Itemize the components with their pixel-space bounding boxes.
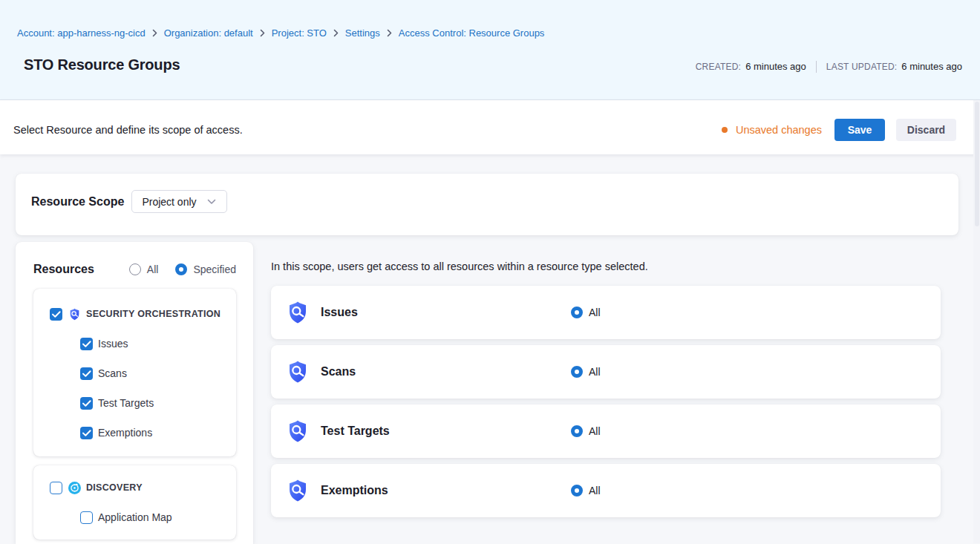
radio-specified-icon[interactable]	[175, 263, 187, 275]
sto-shield-icon	[286, 479, 310, 502]
chevron-right-icon	[260, 29, 265, 37]
toolbar-subtitle: Select Resource and define its scope of …	[13, 124, 243, 136]
access-all-label: All	[589, 485, 601, 497]
breadcrumb-access-control-link[interactable]: Access Control: Resource Groups	[399, 27, 545, 39]
breadcrumb-settings-link[interactable]: Settings	[345, 27, 380, 39]
breadcrumb-account-link[interactable]: Account: app-harness-ng-cicd	[17, 27, 146, 39]
save-button[interactable]: Save	[834, 119, 885, 141]
sto-shield-icon	[286, 419, 310, 443]
checkbox-application-map[interactable]	[80, 511, 93, 524]
resource-label-issues: Issues	[98, 338, 128, 350]
unsaved-changes-label: Unsaved changes	[736, 124, 822, 136]
access-radio-group: All	[571, 345, 601, 399]
access-radio-group: All	[571, 464, 601, 517]
chevron-right-icon	[333, 29, 339, 37]
resources-title: Resources	[33, 263, 94, 276]
chevron-right-icon	[152, 29, 157, 37]
checkbox-security-orchestration[interactable]	[50, 308, 62, 321]
resource-card-scans: Scans All	[271, 345, 941, 399]
created-label: CREATED:	[696, 62, 741, 72]
radio-all-icon[interactable]	[129, 263, 141, 275]
resource-card-label-test-targets: Test Targets	[321, 425, 390, 438]
page-title: STO Resource Groups	[24, 56, 180, 73]
resource-card-test-targets: Test Targets All	[271, 404, 941, 458]
resource-scope-selected-value: Project only	[142, 196, 196, 208]
resource-card-exemptions: Exemptions All	[271, 464, 941, 517]
breadcrumb-organization-link[interactable]: Organization: default	[164, 27, 253, 39]
radio-specified-label: Specified	[193, 263, 236, 275]
access-radio-group: All	[571, 404, 601, 458]
resource-scope-card: Resource Scope Project only	[16, 174, 958, 235]
access-all-label: All	[589, 307, 601, 318]
resource-label-application-map: Application Map	[98, 511, 172, 523]
resources-mode-radio-group: All Specified	[129, 263, 236, 275]
group-label-security-orchestration: SECURITY ORCHESTRATION	[86, 309, 220, 319]
resources-panel: Resources All Specified SECURITY	[16, 242, 253, 544]
chevron-right-icon	[387, 29, 392, 37]
main-content: Resources All Specified SECURITY	[0, 242, 980, 544]
resource-card-label-scans: Scans	[321, 365, 356, 378]
group-header-row[interactable]: SECURITY ORCHESTRATION	[33, 299, 236, 329]
checkbox-scans[interactable]	[80, 367, 93, 380]
resource-scope-select[interactable]: Project only	[131, 190, 227, 213]
resource-card-issues: Issues All	[271, 286, 941, 339]
scrollbar-track[interactable]	[973, 100, 980, 543]
radio-option-all[interactable]: All	[129, 263, 159, 275]
radio-all-icon[interactable]	[571, 485, 583, 497]
resource-label-exemptions: Exemptions	[98, 427, 152, 439]
resource-group-security-orchestration: SECURITY ORCHESTRATION Issues Scans Test…	[33, 289, 236, 456]
unsaved-changes-dot-icon	[722, 127, 728, 133]
access-all-label: All	[589, 425, 601, 437]
resource-row-exemptions[interactable]: Exemptions	[33, 418, 236, 448]
resource-card-label-issues: Issues	[321, 306, 358, 319]
checkbox-test-targets[interactable]	[80, 397, 93, 410]
radio-all-icon[interactable]	[571, 425, 583, 437]
page-header: Account: app-harness-ng-cicd Organizatio…	[0, 0, 980, 100]
resource-row-test-targets[interactable]: Test Targets	[33, 388, 236, 418]
checkbox-discovery[interactable]	[50, 482, 62, 494]
resource-label-test-targets: Test Targets	[98, 397, 154, 409]
resource-row-application-map[interactable]: Application Map	[33, 502, 236, 532]
radio-all-icon[interactable]	[571, 307, 583, 318]
resource-card-label-exemptions: Exemptions	[321, 484, 388, 497]
radio-all-icon[interactable]	[571, 366, 583, 378]
discovery-icon	[68, 482, 81, 494]
resource-scope-label: Resource Scope	[31, 190, 124, 213]
breadcrumb-project-link[interactable]: Project: STO	[272, 27, 327, 39]
sto-shield-icon	[286, 301, 310, 324]
last-updated-label: LAST UPDATED:	[826, 62, 898, 72]
resource-group-discovery: DISCOVERY Application Map	[33, 465, 236, 540]
breadcrumb: Account: app-harness-ng-cicd Organizatio…	[0, 0, 980, 39]
discard-button[interactable]: Discard	[896, 119, 956, 141]
radio-all-label: All	[147, 263, 159, 275]
sto-shield-icon	[286, 360, 310, 384]
checkbox-issues[interactable]	[80, 338, 93, 350]
toolbar-actions: Unsaved changes Save Discard	[722, 119, 956, 141]
access-radio-group: All	[571, 286, 601, 339]
scroll-area: Select Resource and define its scope of …	[0, 100, 980, 543]
scrollbar-thumb[interactable]	[975, 102, 979, 226]
toolbar: Select Resource and define its scope of …	[0, 100, 980, 154]
created-value: 6 minutes ago	[745, 61, 806, 72]
scope-description: In this scope, users get access to all r…	[271, 260, 941, 272]
header-meta: CREATED: 6 minutes ago LAST UPDATED: 6 m…	[696, 61, 962, 73]
last-updated-value: 6 minutes ago	[901, 61, 962, 72]
chevron-down-icon	[207, 199, 216, 205]
group-header-row[interactable]: DISCOVERY	[33, 473, 236, 502]
checkbox-exemptions[interactable]	[80, 427, 93, 439]
sto-shield-icon	[68, 308, 81, 321]
access-all-label: All	[589, 366, 601, 378]
radio-option-specified[interactable]: Specified	[175, 263, 236, 275]
scope-detail-column: In this scope, users get access to all r…	[271, 242, 941, 544]
resource-row-scans[interactable]: Scans	[33, 358, 236, 388]
resource-row-issues[interactable]: Issues	[33, 329, 236, 358]
resource-label-scans: Scans	[98, 367, 127, 379]
group-label-discovery: DISCOVERY	[86, 482, 143, 493]
meta-divider	[816, 61, 817, 73]
